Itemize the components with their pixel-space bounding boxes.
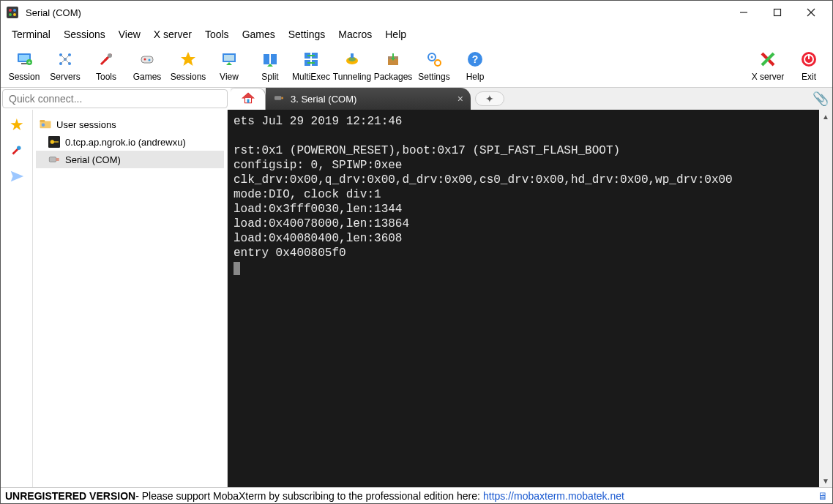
svg-point-2 <box>13 9 16 12</box>
favorites-button[interactable]: ★ <box>10 116 24 135</box>
tool-sessions[interactable]: Sessions <box>168 50 209 82</box>
star-icon <box>179 50 198 69</box>
tool-split[interactable]: Split <box>250 50 291 82</box>
tool-games[interactable]: Games <box>127 50 168 82</box>
tab-active-session[interactable]: 3. Serial (COM) × <box>266 88 471 110</box>
tab-add-button[interactable]: ✦ <box>475 91 504 106</box>
tunneling-icon <box>343 50 362 69</box>
tool-view[interactable]: View <box>209 50 250 82</box>
svg-rect-24 <box>141 56 153 63</box>
gear-icon <box>425 50 444 69</box>
tree-item-label: 0.tcp.ap.ngrok.io (andrewxu) <box>65 137 186 148</box>
scroll-track[interactable] <box>819 123 832 474</box>
tool-settings[interactable]: Settings <box>414 50 455 82</box>
send-button[interactable] <box>9 168 25 187</box>
status-link[interactable]: https://mobaxterm.mobatek.net <box>483 490 624 502</box>
left-toolbar: ★ <box>1 110 33 487</box>
svg-point-45 <box>431 56 433 58</box>
menu-macros[interactable]: Macros <box>332 26 378 42</box>
svg-line-20 <box>65 55 70 59</box>
attachment-button[interactable]: 📎 <box>809 88 832 110</box>
menu-terminal[interactable]: Terminal <box>5 26 57 42</box>
svg-marker-56 <box>242 93 253 98</box>
monitor-status-icon[interactable]: 🖥 <box>818 490 828 502</box>
app-icon <box>5 5 20 20</box>
tree-root-user-sessions[interactable]: User sessions <box>36 116 224 133</box>
scroll-down-icon[interactable]: ▼ <box>819 474 832 487</box>
maximize-button[interactable] <box>761 1 794 23</box>
svg-line-22 <box>65 59 70 64</box>
close-button[interactable] <box>794 1 828 23</box>
svg-text:+: + <box>28 60 31 65</box>
power-icon <box>799 50 818 69</box>
svg-point-63 <box>42 124 45 127</box>
tool-multiexec[interactable]: MultiExec <box>291 50 332 82</box>
tools-pin-button[interactable] <box>9 142 25 161</box>
svg-point-59 <box>17 146 21 151</box>
status-version: UNREGISTERED VERSION <box>5 490 135 502</box>
statusbar: UNREGISTERED VERSION - Please support Mo… <box>1 487 832 503</box>
svg-rect-32 <box>271 54 277 64</box>
tree-item-serial[interactable]: Serial (COM) <box>36 151 224 168</box>
tab-label: 3. Serial (COM) <box>291 94 356 105</box>
tool-help[interactable]: ?Help <box>455 50 496 82</box>
svg-rect-68 <box>56 158 59 161</box>
toolbar: +Session Servers Tools Games Sessions Vi… <box>1 44 832 88</box>
svg-text:?: ? <box>472 53 479 65</box>
tool-tunneling[interactable]: Tunneling <box>332 50 373 82</box>
quick-connect-input[interactable] <box>2 89 228 108</box>
tree-item-ngrok[interactable]: 0.tcp.ap.ngrok.io (andrewxu) <box>36 133 224 151</box>
svg-rect-58 <box>281 97 283 99</box>
main-area: ★ User sessions 0.tcp.ap.ngrok.io (andre… <box>1 110 832 487</box>
tool-packages[interactable]: Packages <box>373 50 414 82</box>
terminal-output[interactable]: ets Jul 29 2019 12:21:46 rst:0x1 (POWERO… <box>228 110 819 487</box>
tab-close-icon[interactable]: × <box>457 93 463 105</box>
tool-tools[interactable]: Tools <box>86 50 127 82</box>
menu-sessions[interactable]: Sessions <box>57 26 112 42</box>
app-window: Serial (COM) Terminal Sessions View X se… <box>0 0 833 504</box>
tool-exit[interactable]: Exit <box>788 50 829 82</box>
svg-marker-30 <box>226 62 232 65</box>
titlebar: Serial (COM) <box>1 1 832 24</box>
menubar: Terminal Sessions View X server Tools Ga… <box>1 24 832 44</box>
key-icon <box>48 135 61 148</box>
folder-icon <box>39 118 52 131</box>
svg-rect-31 <box>264 54 269 64</box>
tool-session[interactable]: +Session <box>4 50 45 82</box>
help-icon: ? <box>466 50 485 69</box>
svg-point-4 <box>13 13 16 16</box>
menu-games[interactable]: Games <box>236 26 282 42</box>
terminal-scrollbar[interactable]: ▲ ▼ <box>819 110 832 487</box>
servers-icon <box>56 50 75 69</box>
svg-rect-55 <box>247 99 249 102</box>
tool-servers[interactable]: Servers <box>45 50 86 82</box>
menu-help[interactable]: Help <box>378 26 413 42</box>
tabstrip: 3. Serial (COM) × ✦ 📎 <box>1 88 832 110</box>
split-icon <box>261 50 280 69</box>
menu-tools[interactable]: Tools <box>198 26 236 42</box>
svg-line-19 <box>61 55 65 59</box>
tree-root-label: User sessions <box>56 119 116 130</box>
menu-view[interactable]: View <box>112 26 147 42</box>
serial-icon <box>273 92 285 106</box>
tool-xserver[interactable]: X server <box>747 50 788 82</box>
scroll-up-icon[interactable]: ▲ <box>819 110 832 123</box>
paperclip-icon: 📎 <box>813 91 829 107</box>
svg-line-21 <box>61 59 65 64</box>
svg-point-65 <box>51 140 54 143</box>
menu-settings[interactable]: Settings <box>282 26 332 42</box>
minimize-button[interactable] <box>727 1 761 23</box>
svg-point-1 <box>9 9 12 12</box>
svg-rect-6 <box>774 10 781 16</box>
status-text: - Please support MobaXterm by subscribin… <box>135 490 480 502</box>
menu-xserver[interactable]: X server <box>147 26 198 42</box>
xserver-icon <box>758 50 777 69</box>
svg-marker-60 <box>10 171 23 182</box>
tab-home[interactable] <box>231 88 266 110</box>
svg-point-26 <box>149 59 151 61</box>
session-tree: User sessions 0.tcp.ap.ngrok.io (andrewx… <box>33 110 228 487</box>
svg-point-23 <box>108 53 112 58</box>
window-controls <box>727 1 828 23</box>
view-icon <box>220 50 239 69</box>
games-icon <box>138 50 157 69</box>
